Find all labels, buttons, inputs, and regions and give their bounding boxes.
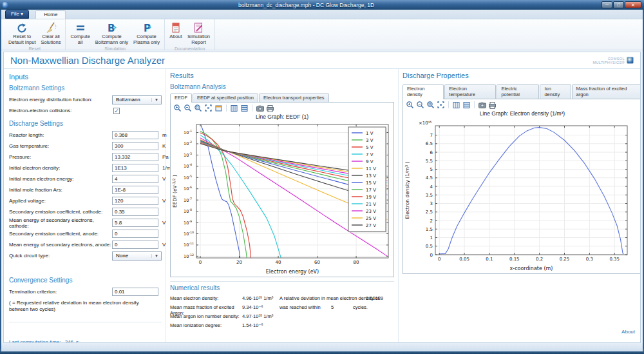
svg-text:27 V: 27 V — [366, 223, 376, 228]
app-header: Non-Maxwellian Discharge Analyzer COMSOL… — [4, 52, 640, 69]
reactor-length-field[interactable] — [112, 131, 158, 139]
tab-ion-density[interactable]: Ion density — [540, 84, 571, 99]
gas-temperature-label: Gas temperature: — [9, 143, 112, 149]
initial-mole-fraction-ars-field[interactable] — [112, 186, 158, 194]
termination-criterion-field[interactable] — [112, 288, 158, 296]
copy-image-icon[interactable] — [214, 104, 223, 112]
window-body: File ▾ Home Reset to Default InputClear … — [1, 10, 643, 349]
zoom-extents-icon[interactable] — [437, 101, 445, 109]
simulation-report-button[interactable]: Simulation Report — [185, 21, 212, 46]
compute-plasma-only-button[interactable]: PCompute Plasma only — [131, 21, 162, 46]
zoom-box-icon[interactable] — [194, 104, 202, 112]
tab-home[interactable]: Home — [35, 10, 66, 19]
tab-electron-density[interactable]: Electron density — [402, 84, 444, 99]
gas-temperature-field[interactable] — [112, 142, 158, 150]
tab-eedf[interactable]: EEDF — [170, 93, 192, 103]
eedf-chart[interactable]: 02040608010-110-210-310-410-510-610-710-… — [171, 121, 392, 276]
clear-all-solutions-button[interactable]: Clear all Solutions — [39, 21, 63, 46]
initial-electron-density-field[interactable] — [112, 164, 158, 172]
mean-energy-of-secondary-electrons-cathode-label: Mean energy of secondary electrons, cath… — [9, 217, 112, 229]
table-rows-icon[interactable] — [462, 101, 471, 109]
discharge-fields: Reactor length:mGas temperature:KPressur… — [9, 130, 162, 250]
mean-argon-ion-number-density-value: 4.97·10¹⁵ 1/m³ — [242, 313, 273, 319]
tab-mass-fraction-of-excited-argon[interactable]: Mass fraction of excited argon — [572, 84, 641, 99]
minimize-button[interactable]: ─ — [601, 1, 612, 8]
applied-voltage-field[interactable] — [112, 197, 158, 205]
compute-boltzmann-only-button[interactable]: BCompute Boltzmann only — [93, 21, 130, 46]
legend: 1 V3 V5 V7 V9 V11 V13 V15 V17 V19 V21 V2… — [348, 127, 387, 233]
zoom-in-icon[interactable] — [173, 104, 182, 112]
reached-within-text: was reached within — [279, 304, 321, 310]
deviation-value: 0.00189 — [366, 295, 383, 301]
pressure-label: Pressure: — [9, 154, 112, 160]
camera-icon[interactable] — [478, 101, 486, 109]
secondary-emission-coefficient-anode-field[interactable] — [112, 230, 158, 238]
numerical-result-row: Mean electron density:4.96·10¹⁵ 1/m³ — [170, 295, 273, 301]
zoom-extents-icon[interactable] — [204, 104, 213, 112]
page-title: Non-Maxwellian Discharge Analyzer — [10, 55, 593, 66]
tab-electron-transport-properties[interactable]: Electron transport properties — [259, 93, 329, 102]
table-columns-icon[interactable] — [230, 104, 238, 112]
svg-text:0.05: 0.05 — [459, 257, 469, 262]
svg-text:10-9: 10-9 — [184, 220, 192, 226]
initial-electron-density-label: Initial electron density: — [9, 165, 112, 171]
mean-energy-of-secondary-electrons-anode-field[interactable] — [112, 241, 158, 249]
mean-ionization-degree-value: 1.54·10⁻⁶ — [242, 322, 263, 328]
toolbar-separator — [226, 104, 227, 112]
zoom-out-icon[interactable] — [184, 104, 192, 112]
report-icon — [192, 21, 205, 34]
deviation-text: A relative deviation in mean electron de… — [279, 295, 379, 301]
svg-text:10-7: 10-7 — [184, 197, 192, 203]
svg-text:3: 3 — [430, 201, 433, 206]
circuit-type-select[interactable]: None▼ — [112, 251, 162, 261]
tab-electric-potential[interactable]: Electric potential — [497, 84, 539, 99]
form-row: Applied voltage:V — [9, 195, 162, 206]
svg-text:10-3: 10-3 — [184, 152, 192, 158]
camera-icon[interactable] — [256, 104, 264, 112]
maximize-button[interactable]: □ — [613, 1, 624, 8]
svg-text:60: 60 — [314, 260, 320, 265]
print-icon[interactable] — [488, 101, 497, 109]
cycles-text: cycles. — [353, 304, 368, 310]
mean-energy-of-secondary-electrons-cathode-field[interactable] — [112, 219, 158, 227]
ribbon-button-label: Compute Plasma only — [133, 34, 160, 45]
initial-mean-electron-energy-field[interactable] — [112, 175, 158, 183]
file-menu-button[interactable]: File ▾ — [5, 10, 29, 19]
compute-all-button[interactable]: Compute all — [68, 21, 91, 46]
reset-to-default-input-button[interactable]: Reset to Default Input — [6, 21, 38, 46]
equals-icon — [74, 21, 87, 34]
about-link[interactable]: About — [621, 329, 635, 335]
applied-voltage-label: Applied voltage: — [9, 198, 112, 204]
zoom-in-icon[interactable] — [406, 101, 414, 109]
eedf-select[interactable]: Boltzmann▼ — [112, 95, 162, 104]
svg-text:10-12: 10-12 — [184, 253, 194, 259]
electron-collisions-checkbox[interactable]: ✓ — [113, 108, 120, 114]
reactor-length-label: Reactor length: — [9, 132, 112, 138]
table-rows-icon[interactable] — [240, 104, 249, 112]
tab-electron-temperature[interactable]: Electron temperature — [444, 84, 496, 99]
svg-text:0: 0 — [199, 260, 202, 265]
svg-text:19 V: 19 V — [366, 195, 376, 200]
table-columns-icon[interactable] — [452, 101, 460, 109]
ribbon-button-label: Clear all Solutions — [41, 34, 61, 45]
unit-label: V — [162, 220, 166, 226]
y-axis-label: EEDF (eV-3/2 ) — [172, 175, 178, 208]
mean-argon-ion-number-density-label: Mean argon ion number density: — [170, 313, 242, 319]
zoom-box-icon[interactable] — [426, 101, 435, 109]
secondary-emission-coefficient-cathode-field[interactable] — [112, 208, 158, 216]
svg-text:10-1: 10-1 — [184, 130, 192, 135]
svg-text:2: 2 — [430, 219, 433, 224]
about-button[interactable]: About — [167, 21, 184, 46]
pressure-field[interactable] — [112, 153, 158, 161]
tab-eedf-at-specified-position[interactable]: EEDF at specified position — [193, 93, 258, 102]
print-icon[interactable] — [266, 104, 274, 112]
mean-energy-of-secondary-electrons-anode-label: Mean energy of secondary electrons, anod… — [9, 242, 112, 248]
cycles-value: 5 — [331, 304, 334, 310]
initial-mean-electron-energy-label: Initial mean electron energy: — [9, 176, 112, 182]
close-button[interactable]: ✕ — [625, 1, 641, 8]
density-plot-toolbar — [403, 99, 641, 110]
density-chart[interactable]: 00.050.10.150.20.250.30.3500.511.522.533… — [403, 118, 640, 273]
ribbon-button-label: Simulation Report — [187, 34, 210, 45]
eedf-plot-panel: Line Graph: EEDF (1) 02040608010-110-210… — [170, 102, 394, 277]
zoom-out-icon[interactable] — [416, 101, 424, 109]
